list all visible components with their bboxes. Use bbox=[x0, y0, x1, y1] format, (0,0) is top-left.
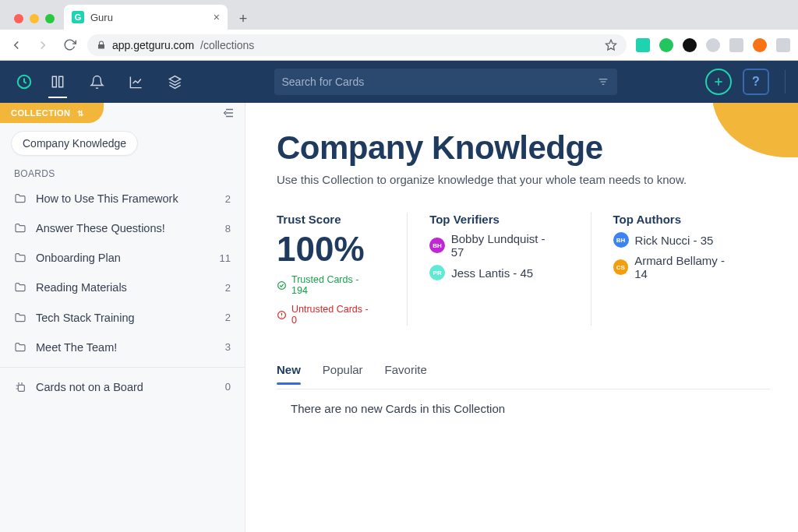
card-tabs: NewPopularFavorite bbox=[277, 363, 770, 389]
board-item[interactable]: Meet The Team! 3 bbox=[0, 333, 245, 362]
reload-button[interactable] bbox=[61, 37, 78, 54]
nav-stacks-icon[interactable] bbox=[157, 61, 192, 103]
trusted-cards-row[interactable]: Trusted Cards - 194 bbox=[277, 274, 376, 296]
alert-circle-icon bbox=[277, 310, 287, 320]
guru-logo-icon[interactable] bbox=[12, 70, 36, 93]
top-verifiers-col: Top Verifiers BH Bobby Lundquist - 57 PR… bbox=[407, 213, 590, 326]
maximize-window-button[interactable] bbox=[45, 14, 55, 23]
tab-new[interactable]: New bbox=[277, 363, 301, 384]
filter-icon[interactable] bbox=[597, 76, 609, 88]
board-item[interactable]: How to Use This Framework 2 bbox=[0, 184, 245, 213]
board-count: 2 bbox=[225, 312, 231, 323]
tab-popular[interactable]: Popular bbox=[323, 363, 363, 384]
collection-chip[interactable]: Company Knowledge bbox=[11, 131, 138, 156]
new-tab-button[interactable]: + bbox=[232, 8, 254, 30]
board-list: How to Use This Framework 2 Answer These… bbox=[0, 184, 245, 362]
person-text: Rick Nucci - 35 bbox=[635, 234, 714, 247]
board-count: 2 bbox=[225, 193, 231, 205]
tab-favorite[interactable]: Favorite bbox=[385, 363, 427, 384]
lock-icon bbox=[97, 41, 106, 50]
svg-marker-0 bbox=[606, 40, 616, 50]
search-placeholder: Search for Cards bbox=[282, 76, 365, 88]
board-label: Tech Stack Training bbox=[36, 311, 216, 325]
board-label: Answer These Questions! bbox=[36, 221, 216, 235]
trust-score-label: Trust Score bbox=[277, 213, 376, 226]
main-content: Company Knowledge Use this Collection to… bbox=[245, 103, 798, 532]
board-count: 3 bbox=[225, 341, 231, 353]
board-item[interactable]: Tech Stack Training 2 bbox=[0, 303, 245, 333]
top-authors-col: Top Authors BH Rick Nucci - 35 CS Armard… bbox=[591, 213, 770, 326]
board-label: Meet The Team! bbox=[36, 340, 216, 354]
close-window-button[interactable] bbox=[14, 14, 23, 23]
close-tab-icon[interactable]: × bbox=[214, 11, 220, 23]
help-button[interactable]: ? bbox=[743, 69, 769, 95]
sidebar: COLLECTION ⇅ Company Knowledge BOARDS Ho… bbox=[0, 103, 245, 532]
folder-icon bbox=[14, 252, 26, 264]
person-row[interactable]: BH Rick Nucci - 35 bbox=[613, 232, 739, 248]
address-bar[interactable]: app.getguru.com/collections bbox=[87, 34, 627, 56]
nav-notifications-icon[interactable] bbox=[79, 61, 114, 103]
extension-icon[interactable] bbox=[683, 38, 697, 52]
svg-point-11 bbox=[278, 281, 286, 289]
avatar: CS bbox=[613, 259, 629, 275]
board-divider bbox=[0, 367, 245, 368]
collection-header: COLLECTION ⇅ bbox=[0, 103, 245, 123]
tab-title: Guru bbox=[90, 12, 113, 23]
extension-icon[interactable] bbox=[729, 38, 743, 52]
trust-score-value: 100% bbox=[277, 232, 376, 266]
browser-tab[interactable]: G Guru × bbox=[64, 5, 228, 30]
extension-icon[interactable] bbox=[776, 38, 790, 52]
sort-icon: ⇅ bbox=[77, 109, 84, 118]
person-row[interactable]: CS Armard Bellamy - 14 bbox=[613, 254, 739, 280]
person-row[interactable]: BH Bobby Lundquist - 57 bbox=[429, 232, 559, 259]
untrusted-cards-text: Untrusted Cards - 0 bbox=[291, 304, 376, 326]
person-text: Bobby Lundquist - 57 bbox=[451, 232, 560, 259]
guru-favicon: G bbox=[72, 11, 84, 23]
forward-button[interactable] bbox=[34, 37, 51, 54]
board-item[interactable]: Reading Materials 2 bbox=[0, 273, 245, 302]
nav-library-icon[interactable] bbox=[41, 61, 75, 103]
add-button[interactable] bbox=[705, 69, 732, 95]
tab-strip: G Guru × + bbox=[0, 0, 798, 30]
cards-not-on-board[interactable]: Cards not on a Board 0 bbox=[0, 372, 245, 402]
trusted-cards-text: Trusted Cards - 194 bbox=[291, 274, 376, 296]
extension-icon[interactable] bbox=[659, 38, 673, 52]
board-item[interactable]: Onboarding Plan 11 bbox=[0, 243, 245, 273]
board-count: 2 bbox=[225, 282, 231, 294]
unboarded-count: 0 bbox=[225, 381, 231, 393]
collapse-sidebar-icon[interactable] bbox=[221, 106, 235, 120]
back-button[interactable] bbox=[8, 37, 25, 54]
avatar: PR bbox=[429, 265, 445, 280]
board-count: 11 bbox=[220, 252, 231, 264]
nav-analytics-icon[interactable] bbox=[118, 61, 153, 103]
trust-score-col: Trust Score 100% Trusted Cards - 194 Unt… bbox=[277, 213, 407, 326]
help-label: ? bbox=[752, 75, 760, 89]
top-authors-label: Top Authors bbox=[613, 213, 739, 226]
board-label: How to Use This Framework bbox=[36, 192, 216, 206]
top-verifiers-label: Top Verifiers bbox=[429, 213, 559, 226]
page-title: Company Knowledge bbox=[277, 129, 770, 167]
untrusted-cards-row[interactable]: Untrusted Cards - 0 bbox=[277, 304, 376, 326]
folder-icon bbox=[14, 192, 26, 205]
extension-icon[interactable] bbox=[636, 38, 650, 52]
search-input[interactable]: Search for Cards bbox=[274, 69, 617, 95]
person-row[interactable]: PR Jess Lantis - 45 bbox=[429, 265, 559, 280]
page-subtitle: Use this Collection to organize knowledg… bbox=[277, 173, 770, 186]
bookmark-star-icon[interactable] bbox=[605, 39, 617, 51]
svg-point-14 bbox=[281, 316, 282, 317]
board-item[interactable]: Answer These Questions! 8 bbox=[0, 213, 245, 243]
extension-icon[interactable] bbox=[753, 38, 767, 52]
minimize-window-button[interactable] bbox=[30, 14, 39, 23]
empty-state-message: There are no new Cards in this Collectio… bbox=[277, 402, 770, 415]
boards-header: BOARDS bbox=[0, 168, 245, 184]
avatar: BH bbox=[613, 232, 629, 248]
body-split: COLLECTION ⇅ Company Knowledge BOARDS Ho… bbox=[0, 103, 798, 532]
extension-icon[interactable] bbox=[706, 38, 720, 52]
check-circle-icon bbox=[277, 280, 287, 291]
folder-icon bbox=[14, 312, 26, 324]
collection-header-tab[interactable]: COLLECTION ⇅ bbox=[0, 103, 104, 123]
window-controls bbox=[6, 14, 64, 30]
collection-name: Company Knowledge bbox=[23, 137, 126, 150]
board-label: Reading Materials bbox=[36, 280, 216, 294]
folder-icon bbox=[14, 222, 26, 234]
